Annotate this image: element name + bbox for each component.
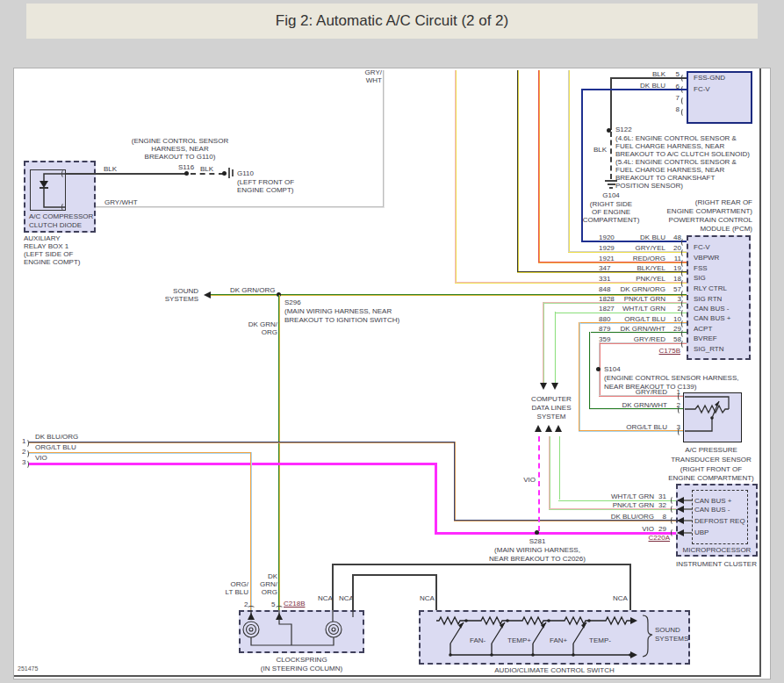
wire-color: DK GRN/ORG: [620, 285, 665, 293]
wire-label-dkblu: DK BLU: [640, 82, 665, 90]
wire-1929-h: [568, 251, 687, 253]
circuit-number: 880: [599, 315, 610, 323]
wire-color: PNK/YEL: [636, 275, 665, 283]
pin-arc: [681, 309, 687, 318]
sound-systems-label: SOUND: [655, 626, 680, 634]
pin-number: 58: [673, 335, 681, 343]
wire-1827-h: [555, 312, 687, 313]
pin-arc: [671, 505, 676, 514]
pin-number: 48: [673, 234, 681, 241]
pin-arc: [681, 269, 687, 277]
wire-nca-v2: [352, 575, 354, 610]
pcm-pin-label: ACPT: [694, 325, 712, 333]
wire-color: VIO: [523, 476, 536, 484]
circuit-number: 1921: [599, 255, 615, 262]
pin-arc: [681, 248, 687, 257]
instrument-cluster-label: INSTRUMENT CLUSTER: [668, 560, 765, 568]
pin-number: 18: [673, 275, 681, 283]
pin-arc: [671, 516, 676, 525]
pin-number: 29: [673, 325, 681, 333]
relay-box-location: RELAY BOX 1: [24, 242, 68, 250]
wire-label-blk: BLK: [593, 146, 607, 154]
cluster-pin-arrow: [677, 517, 684, 524]
sound-systems-label: SYSTEMS: [655, 635, 688, 643]
computer-data-lines-label: COMPUTER: [521, 395, 582, 403]
pin-arc: [671, 528, 676, 537]
wire-label-nca: NCA: [613, 594, 628, 602]
splice-s296-label: S296: [284, 298, 301, 306]
wire-canbusminus-v: [549, 436, 550, 509]
circuit-number: 347: [599, 264, 610, 272]
pcm-location: MODULE (PCM): [700, 225, 752, 233]
wire-orgltblu-v: [250, 452, 252, 610]
ground-g110-note: ENGINE COMPT): [237, 186, 293, 194]
wire-color: WHT/LT GRN: [611, 492, 654, 500]
cut-wire-label: GRY/: [365, 68, 382, 76]
splice-s104-label: S104: [604, 365, 621, 373]
circuit-number: 331: [599, 275, 610, 283]
pin-number: 20: [673, 244, 681, 252]
wire-label-nca: NCA: [420, 594, 435, 602]
wire-label-grywht: GRY/WHT: [104, 198, 138, 206]
circuit-number: 879: [599, 325, 610, 333]
clockspring-label: (IN STEERING COLUMN): [239, 665, 364, 672]
s296-note: BREAKOUT TO IGNITION SWITCH): [284, 316, 399, 324]
wire-color: GRY/RED: [636, 388, 667, 396]
wire-label-nca: NCA: [318, 594, 333, 602]
pin-arc: [681, 279, 687, 288]
ground-g104-note: (RIGHT SIDE: [576, 200, 646, 208]
transducer-name: TRANSDUCER SENSOR: [658, 456, 764, 464]
pcm-pin-label: BVREF: [694, 334, 717, 342]
pin-arc: [24, 449, 29, 458]
connector-c220a: C220A: [649, 534, 670, 542]
s122-note: BREAKOUT TO CRANKSHAFT: [615, 174, 715, 182]
splice-s122-label: S122: [615, 126, 632, 133]
wire-color: BLK/YEL: [637, 264, 665, 272]
relay-box-location: (LEFT SIDE OF: [24, 250, 73, 258]
audio-climate-switch-label: AUDIO/CLIMATE CONTROL SWITCH: [419, 666, 690, 674]
wire-nca-h-lower: [352, 574, 437, 576]
pin-arc: [24, 439, 29, 448]
pin-number: 10: [673, 315, 681, 323]
circuit-number: 1929: [599, 244, 615, 252]
wire-color: GRN/: [260, 580, 277, 588]
frame-bottom: [14, 675, 761, 677]
splice-s104-dot: [596, 367, 601, 371]
ground-g110-bar: [232, 169, 234, 176]
fss-pin-number: 8: [676, 105, 680, 113]
page-title: Fig 2: Automatic A/C Circuit (2 of 2): [276, 12, 508, 30]
fss-pin-label: FSS-GND: [694, 74, 725, 82]
wire-color: VIO: [35, 454, 47, 462]
pin-arc: [681, 329, 687, 338]
pcm-pin-label: RLY CTRL: [694, 284, 727, 292]
connector-c218b: C218B: [284, 600, 305, 608]
wire-color: PNK/LT GRN: [624, 295, 665, 303]
relay-box-location: ENGINE COMPT): [24, 258, 80, 266]
title-bar: Fig 2: Automatic A/C Circuit (2 of 2): [26, 4, 758, 39]
frame-right: [759, 68, 761, 677]
wire-blk-fss-v: [610, 77, 612, 130]
fss-pin-label: FC-V: [694, 85, 710, 93]
pcm-location: ENGINE COMPARTMENT): [667, 207, 752, 215]
wiring-diagram-page: Fig 2: Automatic A/C Circuit (2 of 2) 25…: [0, 0, 784, 683]
pin-arc: [681, 290, 687, 298]
wire-color: DK BLU/ORG: [35, 433, 78, 441]
diode-label: A/C COMPRESSOR: [29, 212, 93, 220]
pin-number: 29: [658, 525, 666, 533]
wire-orgltblu-h1: [29, 452, 252, 454]
pin-arc: [681, 238, 687, 247]
transducer-name: ENGINE COMPARTMENT): [658, 474, 764, 482]
splice-s116-dot: [184, 171, 189, 176]
doc-number: 251475: [18, 665, 38, 672]
microprocessor-label: MICROPROCESSOR: [676, 546, 758, 554]
wire-canbusplus-v: [558, 436, 560, 500]
pin-number: 31: [658, 492, 666, 500]
wire-dkbluorg-v: [454, 442, 456, 521]
wire-color: VIO: [642, 525, 654, 533]
cluster-pin-label: CAN BUS -: [694, 506, 730, 514]
wire-vio-h2: [435, 532, 676, 535]
wire-color: DK: [268, 572, 277, 580]
ground-g104-bar: [608, 183, 615, 185]
wire-dkbluorg-h1: [29, 442, 456, 443]
computer-data-lines-label: DATA LINES: [521, 404, 582, 412]
